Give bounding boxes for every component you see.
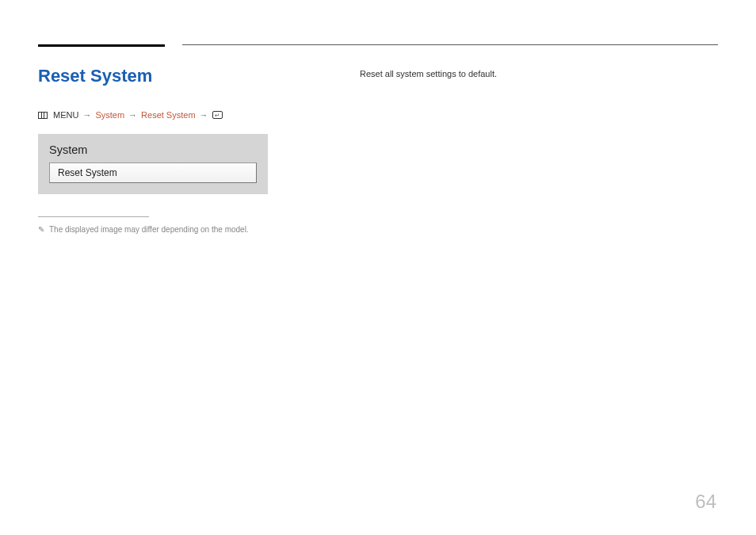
- panel-header: System: [49, 143, 257, 156]
- page-number: 64: [695, 491, 716, 513]
- breadcrumb-system: System: [95, 110, 124, 120]
- breadcrumb-reset: Reset System: [141, 110, 195, 120]
- breadcrumb-menu: MENU: [53, 110, 78, 120]
- menu-icon: [38, 112, 48, 119]
- arrow-icon: →: [200, 110, 208, 120]
- panel-item-reset[interactable]: Reset System: [49, 162, 257, 183]
- enter-icon: ↵: [212, 111, 223, 119]
- rule-left: [38, 44, 165, 47]
- arrow-icon: →: [128, 110, 137, 120]
- top-rules: [38, 44, 718, 47]
- settings-panel: System Reset System: [38, 134, 268, 194]
- footnote-text: The displayed image may differ depending…: [49, 225, 249, 234]
- right-column: Reset all system settings to default.: [360, 66, 718, 78]
- pencil-icon: ✎: [38, 225, 44, 234]
- arrow-icon: →: [82, 110, 91, 120]
- description-text: Reset all system settings to default.: [360, 69, 718, 78]
- footnote: ✎ The displayed image may differ dependi…: [38, 225, 268, 234]
- footnote-rule: [38, 216, 149, 217]
- rule-right: [182, 44, 718, 47]
- page-title: Reset System: [38, 66, 268, 86]
- left-column: Reset System MENU → System → Reset Syste…: [38, 66, 268, 234]
- breadcrumb: MENU → System → Reset System → ↵: [38, 110, 268, 120]
